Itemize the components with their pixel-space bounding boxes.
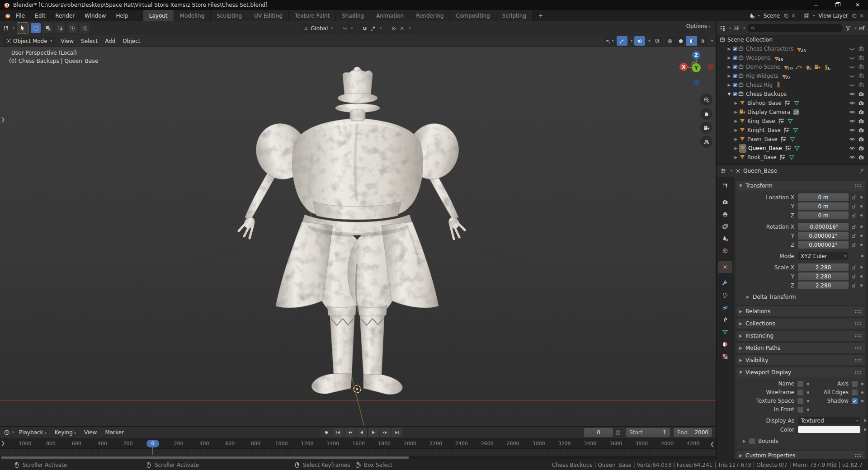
outliner-row-chess-rig[interactable]: ▶Chess Rig — [717, 80, 868, 89]
value-field[interactable]: 2.280 — [798, 282, 849, 289]
close-button[interactable]: ✕ — [847, 0, 868, 10]
in-front-checkbox[interactable] — [797, 407, 803, 413]
tab-rendering[interactable]: Rendering — [410, 10, 450, 21]
navigation-gizmo[interactable]: Z X Y — [675, 45, 716, 89]
eye-closed-icon[interactable] — [849, 46, 855, 52]
current-frame-field[interactable]: 0 — [584, 428, 613, 437]
select-mode-intersect-button[interactable] — [80, 23, 90, 33]
scene-icon[interactable] — [749, 13, 755, 19]
checkbox-checked-icon[interactable] — [732, 55, 738, 61]
relations-panel-header[interactable]: ▶Relations — [736, 306, 865, 316]
timeline-expand-icon[interactable]: ❯ — [1, 440, 5, 446]
viewport-3d[interactable]: Object Mode ▾ ViewSelectAddObject ▾ ▾ ▾ … — [0, 35, 716, 426]
properties-tab-texture[interactable] — [718, 351, 732, 362]
eye-open-icon[interactable] — [849, 91, 855, 97]
checkbox-checked-icon[interactable] — [732, 64, 738, 70]
render-disabled-icon[interactable] — [858, 46, 864, 52]
render-disabled-icon[interactable] — [858, 55, 864, 61]
gizmos-toggle-button[interactable] — [617, 36, 627, 46]
expander-icon[interactable]: ▶ — [733, 146, 739, 150]
outliner-row-demo-scene[interactable]: ▶Demo Scene1956 — [717, 62, 868, 71]
restore-button[interactable] — [826, 0, 847, 10]
animate-dot[interactable] — [864, 419, 866, 422]
animate-dot[interactable] — [864, 428, 866, 431]
value-field[interactable]: 0.000001° — [798, 241, 849, 249]
record-button[interactable] — [321, 428, 332, 437]
viewport-menu-view[interactable]: View — [57, 38, 77, 44]
frame-start-field[interactable]: Start1 — [626, 428, 670, 437]
menu-render[interactable]: Render — [50, 10, 80, 21]
outliner-row-scene-collection[interactable]: Scene Collection — [717, 35, 868, 44]
shading-wireframe-button[interactable] — [665, 36, 675, 46]
object-color-swatch[interactable] — [798, 426, 860, 433]
select-mode-subtract-button[interactable] — [55, 23, 65, 33]
animate-dot[interactable] — [861, 391, 863, 394]
view-layer-icon[interactable] — [803, 13, 810, 19]
expander-icon[interactable]: ▶ — [726, 74, 732, 78]
scene-name[interactable]: Scene — [764, 13, 780, 19]
properties-tab-data[interactable] — [718, 326, 732, 338]
animate-dot[interactable] — [807, 409, 809, 411]
xray-toggle-button[interactable] — [652, 36, 663, 46]
shadow-checkbox[interactable] — [852, 398, 858, 404]
tab-compositing[interactable]: Compositing — [450, 10, 496, 21]
shading-rendered-button[interactable] — [697, 36, 708, 46]
new-collection-icon[interactable] — [859, 25, 865, 31]
remove-view-layer-icon[interactable] — [859, 13, 864, 19]
blender-menu-icon[interactable] — [5, 10, 11, 21]
checkbox-checked-icon[interactable] — [732, 46, 738, 52]
motion-paths-panel-header[interactable]: ▶Motion Paths — [736, 343, 865, 353]
timeline-ruler[interactable]: -1000-800-600-400-2002004006008001000120… — [0, 438, 716, 449]
minimize-button[interactable] — [806, 0, 826, 10]
name-checkbox[interactable] — [797, 381, 803, 387]
viewport-menu-select[interactable]: Select — [77, 38, 101, 44]
lock-open-icon[interactable] — [851, 283, 857, 288]
filter-icon[interactable] — [845, 25, 851, 31]
lock-open-icon[interactable] — [851, 242, 857, 248]
outliner-row-rig-widgets[interactable]: ▶Rig Widgets22 — [717, 71, 868, 80]
editor-type-icon[interactable] — [3, 25, 9, 31]
animate-dot[interactable] — [860, 266, 863, 268]
drag-handle-dots[interactable] — [854, 184, 862, 188]
expander-icon[interactable]: ▶ — [733, 110, 739, 114]
timeline-menu-marker[interactable]: Marker — [101, 429, 127, 436]
render-disabled-icon[interactable] — [858, 82, 864, 88]
expander-icon[interactable]: ▶ — [733, 128, 739, 132]
tab-modeling[interactable]: Modeling — [174, 10, 211, 21]
stopwatch-icon[interactable] — [615, 429, 621, 436]
timeline-keyframe-area[interactable] — [0, 449, 716, 456]
expander-icon[interactable]: ▶ — [733, 155, 739, 160]
custom-properties-panel-header[interactable]: ▶Custom Properties — [736, 451, 865, 459]
expander-icon[interactable]: ▶ — [733, 101, 739, 105]
drag-handle-dots[interactable] — [854, 310, 862, 313]
eye-closed-icon[interactable] — [849, 73, 855, 79]
toggle-orthographic-button[interactable] — [700, 136, 712, 148]
visibility-panel-header[interactable]: ▶Visibility — [736, 355, 865, 365]
properties-tab-material[interactable] — [718, 338, 732, 350]
timeline-collapse-icon[interactable]: ❮ — [710, 441, 714, 447]
transform-orientation-dropdown[interactable]: Global ▾ — [300, 23, 336, 33]
expander-icon[interactable]: ▶ — [726, 56, 732, 60]
jump-start-button[interactable] — [333, 428, 344, 437]
outliner-row-chess-characters[interactable]: ▶Chess Characters24 — [717, 44, 868, 53]
checkbox-checked-icon[interactable] — [732, 82, 738, 88]
animate-dot[interactable] — [860, 275, 863, 277]
unlink-scene-icon[interactable] — [791, 13, 796, 19]
snap-target-icon[interactable] — [370, 26, 376, 31]
falloff-curve-icon[interactable] — [399, 26, 405, 31]
display-as-dropdown[interactable]: Textured▾ — [798, 417, 860, 424]
render-disabled-icon[interactable] — [858, 73, 864, 79]
select-mode-invert-button[interactable] — [67, 23, 77, 33]
value-field[interactable]: 0 m — [798, 193, 849, 201]
render-camera-icon[interactable] — [858, 100, 864, 106]
tab-uv-editing[interactable]: UV Editing — [248, 10, 289, 21]
breadcrumb-object-name[interactable]: Queen_Base — [743, 168, 777, 174]
outliner-row-weapons[interactable]: ▶Weapons48 — [717, 53, 868, 62]
outliner-display-mode-icon[interactable] — [733, 25, 740, 31]
outliner-search-input[interactable] — [747, 24, 843, 32]
properties-tab-view-layer[interactable] — [718, 221, 732, 232]
copy-scene-icon[interactable] — [783, 13, 789, 19]
menu-help[interactable]: Help — [111, 10, 133, 21]
expander-icon[interactable]: ▶ — [733, 137, 739, 141]
menu-file[interactable]: File — [11, 10, 30, 21]
